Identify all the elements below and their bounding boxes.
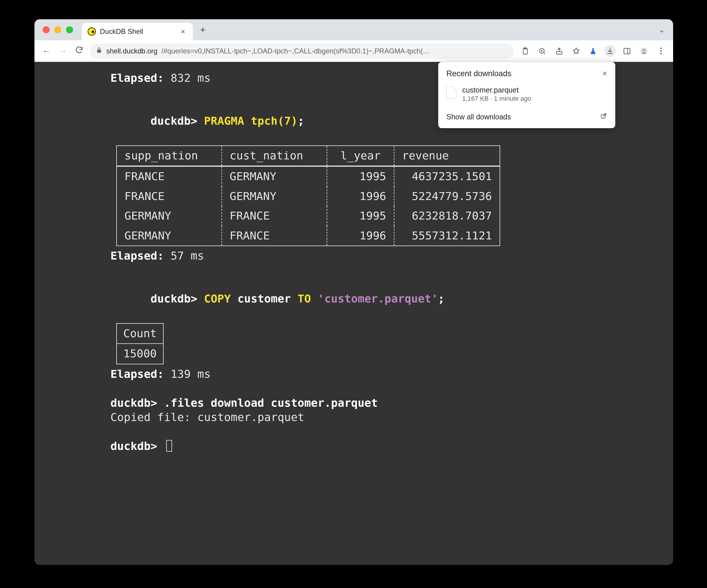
td: 6232818.7037 [402, 209, 492, 223]
fullscreen-window-button[interactable] [66, 26, 73, 33]
td: FRANCE [117, 187, 222, 207]
td: 5557312.1121 [402, 229, 492, 243]
sql-keyword: TO [298, 292, 311, 305]
url-path: /#queries=v0,INSTALL-tpch~,LOAD-tpch~,CA… [162, 47, 429, 55]
td: 1995 [335, 170, 386, 184]
cursor [166, 440, 172, 452]
external-link-icon[interactable] [600, 112, 607, 121]
th: Count [117, 324, 163, 344]
td: GERMANY [117, 226, 222, 246]
td: 1996 [335, 189, 386, 204]
elapsed-value: 139 ms [164, 368, 211, 380]
prompt: duckdb> [150, 114, 204, 127]
semicolon: ; [438, 292, 445, 305]
sql-keyword: COPY [204, 292, 231, 305]
sql-arg: tpch(7) [244, 114, 298, 127]
toolbar: ← → shell.duckdb.org/#queries=v0,INSTALL… [34, 40, 673, 62]
zoom-icon[interactable] [536, 45, 548, 57]
td: 1995 [335, 209, 386, 223]
share-icon[interactable] [553, 45, 565, 57]
td: FRANCE [222, 206, 327, 226]
prompt: duckdb> [110, 440, 164, 452]
output-line: Copied file: customer.parquet [110, 410, 673, 425]
browser-tab[interactable]: DuckDB Shell × [82, 23, 193, 40]
td: GERMANY [117, 206, 222, 226]
close-tab-button[interactable]: × [179, 27, 187, 36]
td: GERMANY [222, 187, 327, 207]
td: 4637235.1501 [402, 170, 492, 184]
download-item[interactable]: customer.parquet 1,167 KB · 1 minute ago [438, 83, 615, 107]
svg-point-6 [643, 49, 645, 51]
duckdb-favicon [88, 28, 96, 36]
tab-bar: DuckDB Shell × + ⌄ [34, 19, 673, 40]
close-icon[interactable]: × [602, 69, 607, 78]
sql-keyword: PRAGMA [204, 114, 244, 127]
th: l_year [327, 146, 394, 166]
svg-rect-4 [624, 48, 630, 54]
shell-command: .files download customer.parquet [164, 397, 378, 409]
th: cust_nation [222, 146, 327, 166]
prompt: duckdb> [110, 397, 164, 409]
new-tab-button[interactable]: + [196, 23, 209, 36]
elapsed-label: Elapsed: [110, 72, 164, 84]
tabs-dropdown-button[interactable]: ⌄ [659, 26, 665, 34]
prompt: duckdb> [150, 292, 204, 305]
result-table-1: supp_nation cust_nation l_year revenue F… [116, 145, 500, 247]
close-window-button[interactable] [43, 26, 50, 33]
window-controls [43, 26, 73, 33]
semicolon: ; [298, 114, 304, 127]
sidepanel-icon[interactable] [621, 45, 633, 57]
td: 15000 [117, 344, 163, 364]
forward-button[interactable]: → [57, 46, 68, 56]
clipboard-icon[interactable] [519, 45, 531, 57]
elapsed-value: 57 ms [164, 249, 204, 262]
reload-button[interactable] [74, 45, 85, 57]
elapsed-label: Elapsed: [110, 249, 164, 262]
download-filename: customer.parquet [462, 86, 531, 94]
show-all-downloads-link[interactable]: Show all downloads [446, 113, 511, 121]
td: FRANCE [222, 226, 327, 246]
sql-string: 'customer.parquet' [311, 292, 438, 305]
tab-title: DuckDB Shell [100, 28, 143, 36]
profile-icon[interactable] [638, 45, 650, 57]
downloads-popup-title: Recent downloads [446, 69, 511, 78]
th: revenue [394, 146, 500, 166]
kebab-menu-icon[interactable] [655, 45, 667, 57]
downloads-icon[interactable] [604, 45, 616, 57]
labs-flask-icon[interactable] [587, 45, 599, 57]
address-bar[interactable]: shell.duckdb.org/#queries=v0,INSTALL-tpc… [90, 43, 514, 59]
file-icon [446, 86, 456, 99]
browser-window: DuckDB Shell × + ⌄ ← → shell.duckdb.org/… [34, 19, 673, 565]
minimize-window-button[interactable] [54, 26, 61, 33]
th: supp_nation [117, 146, 222, 166]
td: 1996 [335, 229, 386, 243]
downloads-popup: Recent downloads × customer.parquet 1,16… [438, 62, 615, 128]
td: GERMANY [222, 167, 327, 187]
back-button[interactable]: ← [41, 46, 52, 56]
download-meta: 1,167 KB · 1 minute ago [462, 95, 531, 103]
elapsed-label: Elapsed: [110, 368, 164, 380]
td: FRANCE [117, 167, 222, 187]
lock-icon [96, 47, 102, 55]
td: 5224779.5736 [402, 189, 492, 204]
bookmark-star-icon[interactable] [570, 45, 582, 57]
result-table-2: Count 15000 [116, 323, 164, 364]
url-host: shell.duckdb.org [106, 47, 158, 55]
terminal[interactable]: Elapsed: 832 ms duckdb> PRAGMA tpch(7); … [34, 62, 673, 565]
elapsed-value: 832 ms [164, 72, 211, 84]
sql-ident: customer [231, 292, 298, 305]
